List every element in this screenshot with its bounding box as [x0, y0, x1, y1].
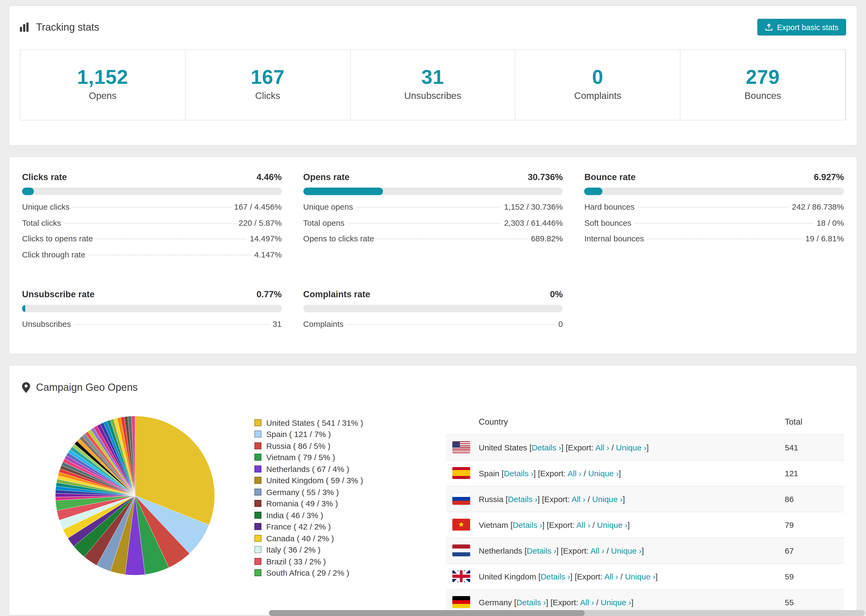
- stat-label: Bounces: [680, 90, 845, 102]
- legend-item: Spain ( 121 / 7% ): [254, 428, 394, 440]
- rate-row-value: 242 / 86.738%: [792, 202, 844, 211]
- complaints-rate-progressbar: [303, 305, 563, 312]
- country-flag: [452, 493, 470, 505]
- legend-swatch: [254, 535, 261, 542]
- stat-value: 0: [516, 66, 680, 89]
- export-unique-link[interactable]: Unique ›: [597, 520, 627, 529]
- dotted-leader: [73, 207, 231, 207]
- rate-row-label: Complaints: [303, 319, 343, 328]
- table-row: United Kingdom [Details ›] [Export: All …: [446, 563, 844, 589]
- unsubscribe-rate-rows: Unsubscribes 31: [22, 319, 282, 335]
- details-link[interactable]: Details ›: [516, 597, 546, 607]
- complaints-rate-header: Complaints rate 0%: [303, 289, 563, 299]
- export-basic-stats-label: Export basic stats: [777, 23, 839, 31]
- dotted-leader: [356, 207, 501, 207]
- country-name: Vietnam: [479, 520, 508, 529]
- export-all-link[interactable]: All ›: [580, 597, 594, 607]
- clicks-rate-block: Clicks rate 4.46% Unique clicks 167 / 4.…: [22, 172, 282, 266]
- rate-row-value: 167 / 4.456%: [234, 202, 282, 211]
- details-link[interactable]: Details ›: [513, 520, 542, 529]
- total-cell: 541: [785, 443, 844, 452]
- export-unique-link[interactable]: Unique ›: [625, 572, 655, 581]
- scrollbar-thumb[interactable]: [269, 610, 585, 616]
- bar-chart-icon: [20, 23, 30, 32]
- table-row: Vietnam [Details ›] [Export: All › / Uni…: [446, 511, 844, 537]
- rate-row-label: Hard bounces: [584, 202, 635, 211]
- export-unique-link[interactable]: Unique ›: [592, 494, 623, 503]
- slash: /: [620, 572, 623, 581]
- campaign-overview-page: Tracking stats Export basic stats 1,152 …: [0, 0, 866, 616]
- bounce-rate-rows: Hard bounces 242 / 86.738% Soft bounces …: [584, 202, 844, 250]
- details-link[interactable]: Details ›: [527, 546, 556, 555]
- dotted-leader: [638, 207, 789, 207]
- rate-row-value: 220 / 5.87%: [239, 218, 282, 227]
- opens-rate-title: Opens rate: [303, 172, 350, 182]
- bracket: ]: [655, 572, 658, 581]
- complaints-rate-value: 0%: [550, 289, 563, 299]
- country-name: United Kingdom: [479, 572, 536, 581]
- total-cell: 55: [785, 597, 844, 607]
- legend-swatch: [254, 558, 261, 565]
- bracket: ]: [533, 468, 535, 478]
- legend-label: Canada ( 40 / 2% ): [266, 534, 334, 543]
- details-link[interactable]: Details ›: [532, 443, 561, 452]
- rate-row: Internal bounces 19 / 6.81%: [584, 234, 844, 250]
- rate-row: Total opens 2,303 / 61.446%: [303, 218, 563, 234]
- export-unique-link[interactable]: Unique ›: [616, 443, 646, 452]
- bounce-rate-title: Bounce rate: [584, 172, 636, 182]
- horizontal-scrollbar[interactable]: [269, 610, 865, 616]
- bracket: [: [514, 597, 516, 607]
- country-name: Russia: [479, 494, 504, 503]
- export-prefix: [Export:: [538, 468, 565, 478]
- export-all-link[interactable]: All ›: [576, 520, 590, 529]
- legend-swatch: [254, 477, 261, 484]
- export-prefix: [Export:: [566, 443, 594, 452]
- export-all-link[interactable]: All ›: [595, 443, 609, 452]
- country-flag: [452, 570, 470, 582]
- geo-content: United States ( 541 / 31% ) Spain ( 121 …: [22, 409, 844, 614]
- bracket: [: [510, 520, 513, 529]
- rate-row: Complaints 0: [303, 319, 563, 335]
- export-unique-link[interactable]: Unique ›: [611, 546, 641, 555]
- export-unique-link[interactable]: Unique ›: [601, 597, 631, 607]
- stat-value: 279: [680, 66, 845, 89]
- rate-row-label: Click through rate: [22, 250, 85, 259]
- legend-item: Canada ( 40 / 2% ): [254, 533, 394, 544]
- country-cell: Spain [Details ›] [Export: All › / Uniqu…: [479, 468, 785, 478]
- export-all-link[interactable]: All ›: [572, 494, 586, 503]
- export-basic-stats-button[interactable]: Export basic stats: [757, 19, 846, 36]
- bracket: [: [538, 572, 540, 581]
- legend-item: Romania ( 49 / 3% ): [254, 498, 394, 509]
- table-row: Netherlands [Details ›] [Export: All › /…: [446, 537, 844, 563]
- dotted-leader: [635, 223, 813, 223]
- export-all-link[interactable]: All ›: [567, 468, 581, 478]
- rate-row-value: 18 / 0%: [817, 218, 844, 227]
- country-cell: Netherlands [Details ›] [Export: All › /…: [479, 546, 785, 555]
- legend-label: Romania ( 49 / 3% ): [266, 499, 338, 508]
- country-name: Spain: [479, 468, 499, 478]
- legend-label: Italy ( 36 / 2% ): [266, 545, 321, 555]
- geo-table-rows: United States [Details ›] [Export: All ›…: [446, 434, 844, 614]
- details-link[interactable]: Details ›: [540, 572, 570, 581]
- rate-row: Clicks to opens rate 14.497%: [22, 234, 282, 250]
- dotted-leader: [377, 239, 527, 239]
- export-unique-link[interactable]: Unique ›: [588, 468, 619, 478]
- export-all-link[interactable]: All ›: [604, 572, 618, 581]
- dotted-leader: [348, 223, 501, 223]
- tracking-stats-title: Tracking stats: [20, 21, 99, 33]
- dotted-leader: [88, 255, 251, 255]
- rates-panel: Clicks rate 4.46% Unique clicks 167 / 4.…: [9, 156, 857, 354]
- total-cell: 86: [785, 494, 844, 503]
- details-link[interactable]: Details ›: [504, 468, 533, 478]
- legend-item: Germany ( 55 / 3% ): [254, 486, 394, 498]
- country-name: Netherlands: [479, 546, 522, 555]
- export-all-link[interactable]: All ›: [590, 546, 604, 555]
- legend-swatch: [254, 512, 261, 519]
- slash: /: [587, 494, 590, 503]
- unsubscribe-rate-progress-fill: [22, 305, 25, 312]
- map-pin-icon: [22, 382, 30, 393]
- legend-label: Netherlands ( 67 / 4% ): [266, 464, 350, 473]
- clicks-rate-title: Clicks rate: [22, 172, 67, 182]
- legend-label: South Africa ( 29 / 2% ): [266, 569, 350, 578]
- details-link[interactable]: Details ›: [508, 494, 537, 503]
